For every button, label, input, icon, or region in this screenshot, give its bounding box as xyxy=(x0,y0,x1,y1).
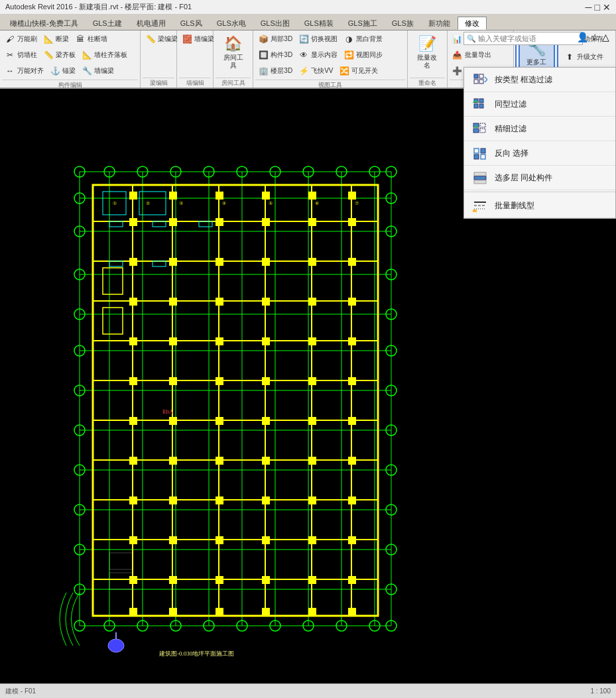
svg-rect-134 xyxy=(262,298,270,306)
svg-rect-116 xyxy=(262,192,270,200)
svg-rect-154 xyxy=(348,417,356,425)
svg-rect-13 xyxy=(481,148,485,153)
svg-rect-133 xyxy=(216,298,223,306)
svg-text:⑦: ⑦ xyxy=(355,201,359,206)
svg-rect-16 xyxy=(474,172,486,176)
svg-text:⑤: ⑤ xyxy=(269,201,273,206)
svg-rect-17 xyxy=(474,176,486,180)
btn-break-beam[interactable]: 📐 断梁 xyxy=(40,32,71,46)
beam-edit-icon: 📏 xyxy=(145,33,156,45)
tab-olive-tools[interactable]: 橄榄山快模-免费工具 xyxy=(3,17,86,30)
break-icon: 📐 xyxy=(42,33,54,45)
svg-rect-6 xyxy=(474,104,478,108)
btn-batch-export[interactable]: 📤 批量导出 xyxy=(450,48,493,62)
btn-component-3d[interactable]: 🔲 构件3D xyxy=(255,48,294,62)
btn-local-3d[interactable]: 📦 局部3D xyxy=(255,32,294,46)
btn-switch-view[interactable]: 🔄 切换视图 xyxy=(296,32,339,46)
btn-floor-3d[interactable]: 🏢 楼层3D xyxy=(255,64,294,78)
comp3d-icon: 🔲 xyxy=(257,49,269,61)
cut-icon: ✂ xyxy=(4,49,16,61)
svg-rect-173 xyxy=(129,576,137,584)
svg-rect-7 xyxy=(479,104,483,108)
search-bar[interactable]: 🔍 xyxy=(463,32,583,45)
svg-rect-2 xyxy=(474,80,478,84)
svg-text:④: ④ xyxy=(222,201,226,206)
tab-mep[interactable]: 机电通用 xyxy=(129,17,173,30)
btn-wall-edit[interactable]: 🧱 墙编梁 xyxy=(179,32,216,46)
search-input[interactable] xyxy=(478,34,571,42)
dropdown-item-type-filter[interactable]: 按类型 框选过滤 xyxy=(464,68,615,92)
svg-rect-1 xyxy=(479,74,483,78)
dropdown-label-linetype: 批量删线型 xyxy=(495,200,534,211)
maximize-icon[interactable]: □ xyxy=(595,2,600,13)
svg-rect-159 xyxy=(308,457,316,465)
btn-cut-wall-col[interactable]: ✂ 切墙柱 xyxy=(2,48,39,62)
tab-new-features[interactable]: 新功能 xyxy=(421,17,458,30)
svg-rect-150 xyxy=(169,417,177,425)
svg-text:②: ② xyxy=(146,201,150,206)
btn-wall-slab[interactable]: 📐 墙柱齐落板 xyxy=(79,48,129,62)
btn-anchor-beam[interactable]: ⚓ 锚梁 xyxy=(47,64,78,78)
svg-rect-10 xyxy=(473,129,479,133)
svg-rect-177 xyxy=(308,576,316,584)
dropdown-item-reverse-select[interactable]: 反向 选择 xyxy=(464,141,615,166)
local3d-icon: 📦 xyxy=(257,33,269,45)
arrow-icon[interactable]: △ xyxy=(602,32,609,42)
svg-rect-152 xyxy=(262,417,270,425)
user-icon[interactable]: 👤 xyxy=(577,32,588,42)
display-icon: 👁 xyxy=(298,49,310,61)
tab-modify[interactable]: 修改 xyxy=(458,17,487,30)
svg-rect-120 xyxy=(169,218,177,226)
btn-bw-bg[interactable]: ◑ 黑白背景 xyxy=(341,32,385,46)
svg-rect-119 xyxy=(129,218,137,226)
dropdown-item-same-filter[interactable]: 同型过滤 xyxy=(464,92,615,117)
tab-gls-water[interactable]: GLS水电 xyxy=(210,17,253,30)
svg-rect-12 xyxy=(474,148,479,153)
section-beam-edit: 📏 梁编梁 梁编辑 xyxy=(141,30,177,87)
svg-text:⑥: ⑥ xyxy=(315,201,319,206)
btn-universal-align[interactable]: ↔ 万能对齐 xyxy=(2,64,46,78)
svg-rect-176 xyxy=(262,576,270,584)
rename-icon: 📝 xyxy=(416,35,438,52)
tab-gls-decor[interactable]: GLS精装 xyxy=(297,17,341,30)
visible-icon: 🔀 xyxy=(338,65,350,77)
btn-upgrade-file[interactable]: ⬆ 升级文件 xyxy=(562,50,605,64)
btn-room-tools[interactable]: 🏠 房间工具 xyxy=(216,32,251,72)
dropdown-item-multilayer[interactable]: 选多层 同处构件 xyxy=(464,166,615,190)
coordinates: 1 : 100 xyxy=(590,687,611,695)
floor3d-icon: 🏢 xyxy=(257,65,269,77)
star-icon[interactable]: ☆ xyxy=(591,32,599,42)
svg-rect-118 xyxy=(348,192,356,200)
svg-rect-127 xyxy=(216,258,223,266)
tab-gls-drawing[interactable]: GLS出图 xyxy=(253,17,297,30)
btn-fast-vv[interactable]: ⚡ 飞快VV xyxy=(296,64,335,78)
wall-edit-icon: 🧱 xyxy=(181,33,193,45)
section-view-tools: 📦 局部3D 🔄 切换视图 ◑ 黑白背景 🔲 构件3D 👁 显示内容 xyxy=(253,30,407,87)
btn-universal-brush[interactable]: 🖌 万能刷 xyxy=(2,32,39,46)
btn-column-wall[interactable]: 🏛 柱断墙 xyxy=(72,32,109,46)
dropdown-item-batch-linetype[interactable]: 批量删线型 xyxy=(464,194,615,218)
btn-beam-slab[interactable]: 📏 梁齐板 xyxy=(40,48,78,62)
close-icon[interactable]: ✕ xyxy=(603,2,611,13)
excel-icon: 📊 xyxy=(452,33,463,45)
dropdown-item-fine-filter[interactable]: 精细过滤 xyxy=(464,117,615,141)
tab-gls-family[interactable]: GLS族 xyxy=(385,17,421,30)
svg-rect-3 xyxy=(479,80,483,84)
tab-gls-wind[interactable]: GLS风 xyxy=(173,17,210,30)
svg-rect-144 xyxy=(169,377,177,385)
svg-rect-121 xyxy=(216,218,223,226)
btn-batch-rename[interactable]: 📝 批量改名 xyxy=(410,32,445,72)
tab-gls-construct[interactable]: GLS施工 xyxy=(341,17,385,30)
svg-rect-124 xyxy=(348,218,356,226)
minimize-icon[interactable]: ─ xyxy=(585,2,592,13)
svg-rect-122 xyxy=(262,218,270,226)
btn-visible-toggle[interactable]: 🔀 可见开关 xyxy=(336,64,380,78)
section-rename: 📝 批量改名 重命名 xyxy=(408,30,448,87)
svg-rect-163 xyxy=(216,496,223,504)
btn-view-sync[interactable]: 🔁 视图同步 xyxy=(341,48,385,62)
svg-rect-160 xyxy=(348,457,356,465)
btn-display-content[interactable]: 👁 显示内容 xyxy=(296,48,339,62)
btn-wall-beam[interactable]: 🔧 墙编梁 xyxy=(79,64,116,78)
btn-beam-edit[interactable]: 📏 梁编梁 xyxy=(143,32,180,46)
tab-gls-civil[interactable]: GLS土建 xyxy=(86,17,129,30)
